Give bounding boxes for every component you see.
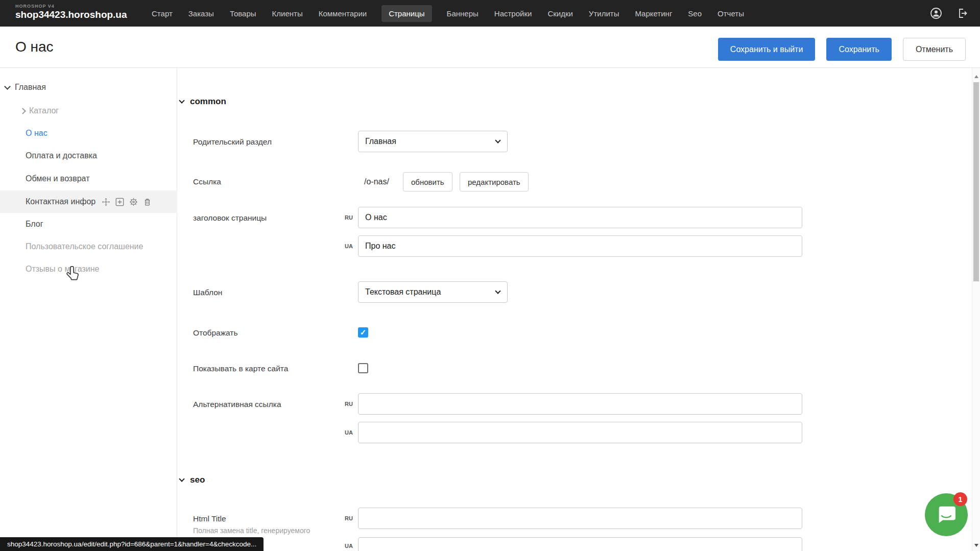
link-edit-button[interactable]: редактировать — [460, 172, 529, 191]
header-actions: Сохранить и выйти Сохранить Отменить — [718, 38, 966, 61]
pages-tree-sidebar: Главная Каталог О нас Оплата и доставка … — [0, 68, 177, 551]
menu-item-settings[interactable]: Настройки — [493, 5, 533, 22]
menu-item-utilities[interactable]: Утилиты — [588, 5, 620, 22]
menu-item-products[interactable]: Товары — [229, 5, 257, 22]
tree-item-oplata[interactable]: Оплата и доставка — [0, 145, 177, 167]
parent-section-label: Родительский раздел — [193, 137, 272, 147]
section-seo-title: seo — [190, 475, 205, 485]
section-common-title: common — [190, 97, 226, 107]
link-refresh-button[interactable]: обновить — [403, 172, 452, 191]
brand-logo[interactable]: HOROSHOP V4 shop34423.horoshop.ua — [15, 4, 127, 20]
chevron-down-icon[interactable] — [4, 83, 11, 90]
section-seo-toggle[interactable]: seo — [180, 475, 205, 485]
parent-section-value: Главная — [365, 137, 396, 146]
tree-item-label: О нас — [26, 129, 47, 138]
main-menu: Старт Заказы Товары Клиенты Комментарии … — [151, 0, 745, 27]
template-value: Текстовая страница — [365, 288, 441, 297]
chevron-right-icon[interactable] — [19, 108, 26, 114]
account-icon[interactable] — [930, 7, 942, 19]
page-title-field-label: заголовок страницы — [193, 213, 267, 223]
vertical-scrollbar[interactable] — [972, 68, 980, 551]
tree-item-katalog[interactable]: Каталог — [0, 100, 177, 122]
lang-ru-chip: RU — [334, 214, 353, 221]
html-title-label: Html Title — [193, 514, 226, 523]
tree-item-label: Обмен и возврат — [26, 174, 89, 183]
alt-link-label: Альтернативная ссылка — [193, 400, 281, 409]
sitemap-checkbox-unchecked[interactable] — [358, 363, 368, 373]
page-title-ua-input[interactable] — [358, 235, 802, 257]
section-common-toggle[interactable]: common — [180, 97, 226, 107]
chevron-down-icon — [495, 288, 500, 294]
menu-item-orders[interactable]: Заказы — [187, 5, 215, 22]
chevron-down-icon — [179, 476, 184, 482]
tree-item-label: Каталог — [29, 106, 59, 115]
tree-item-kontaktnaya-hovered[interactable]: Контактная инфор — [0, 190, 177, 213]
logout-icon[interactable] — [957, 7, 969, 19]
tree-item-polzovatelskoe[interactable]: Пользовательское соглашение — [0, 235, 177, 258]
html-title-hint: Полная замена title, генерируемого — [193, 526, 310, 535]
chat-widget-button[interactable]: 1 — [925, 493, 968, 536]
tree-item-glavnaya[interactable]: Главная — [0, 76, 177, 99]
alt-link-ru-input[interactable] — [358, 393, 802, 415]
menu-item-comments[interactable]: Комментарии — [318, 5, 368, 22]
html-title-ua-input[interactable] — [358, 537, 802, 551]
horoshop-admin-screen: HOROSHOP V4 shop34423.horoshop.ua Старт … — [0, 0, 980, 551]
menu-item-start[interactable]: Старт — [151, 5, 174, 22]
menu-item-reports[interactable]: Отчеты — [716, 5, 745, 22]
tree-item-o-nas-selected[interactable]: О нас — [0, 122, 177, 145]
page-title: О нас — [15, 39, 54, 55]
chevron-down-icon — [179, 98, 184, 103]
chevron-down-icon — [495, 137, 500, 143]
brand-domain-label: shop34423.horoshop.ua — [15, 9, 127, 20]
display-label: Отображать — [193, 328, 238, 338]
tree-item-label: Блог — [26, 220, 43, 229]
delete-trash-icon[interactable] — [143, 198, 152, 206]
menu-item-seo[interactable]: Seo — [687, 5, 703, 22]
settings-gear-icon[interactable] — [129, 198, 138, 206]
lang-ua-chip: UA — [334, 429, 353, 436]
lang-ru-chip: RU — [334, 401, 353, 407]
menu-item-clients[interactable]: Клиенты — [271, 5, 304, 22]
chat-bubble-icon — [936, 505, 957, 525]
tree-item-label: Пользовательское соглашение — [26, 242, 143, 251]
sitemap-label: Показывать в карте сайта — [193, 364, 288, 373]
cancel-button[interactable]: Отменить — [903, 38, 966, 61]
move-icon[interactable] — [102, 198, 110, 206]
html-title-ru-input[interactable] — [358, 508, 802, 529]
template-label: Шаблон — [193, 288, 222, 297]
save-and-exit-button[interactable]: Сохранить и выйти — [718, 38, 816, 61]
topbar-icons — [930, 0, 969, 27]
scroll-up-arrow[interactable] — [974, 75, 978, 78]
menu-item-discounts[interactable]: Скидки — [546, 5, 573, 22]
page-title-ru-input[interactable] — [358, 207, 802, 228]
parent-section-select[interactable]: Главная — [358, 131, 508, 152]
tree-item-label: Главная — [15, 83, 46, 92]
alt-link-ua-input[interactable] — [358, 422, 802, 443]
lang-ru-chip: RU — [334, 515, 353, 521]
tree-item-label: Контактная инфор — [26, 197, 95, 206]
menu-item-banners[interactable]: Баннеры — [446, 5, 480, 22]
tree-item-obmen[interactable]: Обмен и возврат — [0, 167, 177, 190]
display-checkbox-checked[interactable]: ✓ — [358, 327, 368, 338]
top-navigation-bar: HOROSHOP V4 shop34423.horoshop.ua Старт … — [0, 0, 980, 27]
menu-item-marketing[interactable]: Маркетинг — [634, 5, 673, 22]
scrollbar-thumb[interactable] — [973, 82, 979, 281]
status-url-tooltip: shop34423.horoshop.ua/edit/edit.php?id=6… — [0, 537, 264, 551]
add-icon[interactable] — [115, 198, 124, 206]
lang-ua-chip: UA — [334, 543, 353, 549]
template-select[interactable]: Текстовая страница — [358, 281, 508, 303]
chat-notification-badge: 1 — [953, 492, 967, 506]
tree-item-otzyvy[interactable]: Отзывы о магазине — [0, 258, 177, 280]
tree-item-blog[interactable]: Блог — [0, 213, 177, 235]
brand-version-label: HOROSHOP V4 — [15, 4, 127, 9]
scroll-down-arrow[interactable] — [974, 544, 978, 547]
link-path-value: /o-nas/ — [364, 177, 389, 186]
link-label: Ссылка — [193, 177, 221, 186]
lang-ua-chip: UA — [334, 243, 353, 249]
tree-item-label: Оплата и доставка — [26, 151, 97, 160]
menu-item-pages-active[interactable]: Страницы — [381, 5, 432, 22]
tree-item-label: Отзывы о магазине — [26, 265, 100, 274]
save-button[interactable]: Сохранить — [826, 38, 892, 61]
tree-item-actions — [102, 198, 152, 206]
